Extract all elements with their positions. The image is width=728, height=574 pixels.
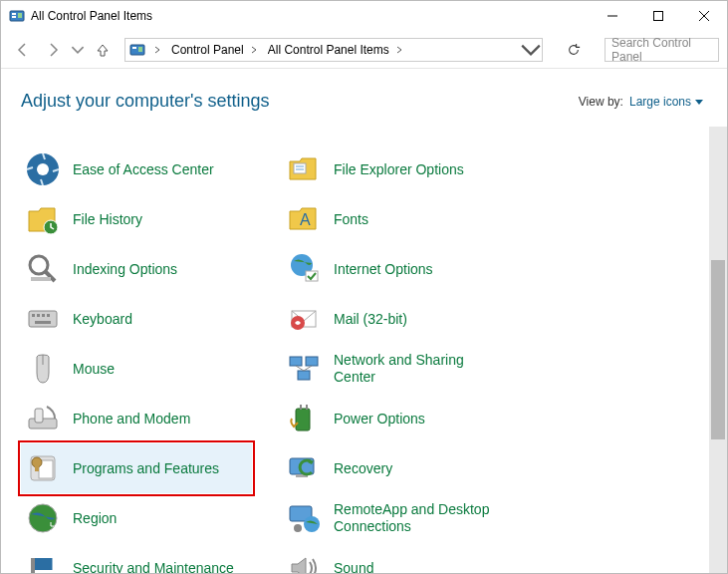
view-by-dropdown[interactable]: Large icons	[629, 95, 703, 109]
control-panel-item-region[interactable]: Region	[21, 493, 252, 543]
control-panel-item-file-history[interactable]: File History	[21, 194, 252, 244]
item-label: Indexing Options	[73, 261, 177, 278]
power-options-icon	[286, 401, 322, 436]
outer-scroll-thumb[interactable]	[711, 260, 725, 438]
recent-locations-button[interactable]	[71, 38, 85, 62]
control-panel-icon	[9, 8, 25, 24]
control-panel-item-programs-features[interactable]: Programs and Features	[21, 443, 252, 493]
refresh-button[interactable]	[559, 38, 589, 62]
svg-rect-42	[306, 357, 318, 366]
indexing-options-icon	[25, 251, 61, 287]
outer-scrollbar[interactable]	[709, 127, 727, 573]
item-label: Sound	[334, 560, 373, 573]
control-panel-item-power-options[interactable]: Power Options	[282, 394, 513, 443]
view-by-value: Large icons	[629, 95, 691, 109]
fonts-icon: A	[286, 201, 322, 237]
svg-rect-47	[300, 405, 302, 410]
recovery-icon	[286, 450, 322, 486]
chevron-right-icon[interactable]	[246, 46, 262, 54]
search-box[interactable]: Search Control Panel	[605, 38, 719, 62]
svg-rect-43	[298, 371, 310, 380]
breadcrumb-seg-1[interactable]: Control Panel	[165, 39, 246, 61]
item-label: Mouse	[73, 361, 115, 378]
titlebar: All Control Panel Items	[1, 1, 727, 31]
chevron-right-icon[interactable]	[391, 46, 407, 54]
svg-rect-21	[47, 314, 50, 317]
page-heading: Adjust your computer's settings	[21, 91, 579, 112]
control-panel-item-indexing-options[interactable]: Indexing Options	[21, 244, 252, 294]
window-controls	[590, 1, 727, 31]
svg-rect-48	[306, 405, 308, 410]
address-dropdown[interactable]	[520, 39, 542, 61]
item-label: Recovery	[334, 460, 392, 477]
control-panel-item-phone-modem[interactable]: Phone and Modem	[21, 394, 252, 443]
svg-rect-16	[31, 277, 51, 281]
svg-rect-25	[35, 409, 43, 423]
svg-point-53	[294, 524, 302, 532]
item-label: Programs and Features	[73, 460, 219, 477]
minimize-button[interactable]	[590, 1, 635, 31]
control-panel-item-internet-options[interactable]: Internet Options	[282, 244, 513, 294]
back-button[interactable]	[11, 38, 35, 62]
internet-options-icon	[286, 251, 322, 287]
item-label: Region	[73, 510, 117, 527]
item-label: Mail (32-bit)	[334, 311, 407, 328]
svg-rect-32	[31, 558, 35, 573]
svg-rect-46	[296, 409, 310, 430]
items-column-1: Ease of Access CenterFile HistoryIndexin…	[21, 144, 252, 573]
svg-rect-38	[306, 271, 318, 281]
svg-rect-9	[132, 47, 136, 49]
control-panel-item-keyboard[interactable]: Keyboard	[21, 294, 252, 344]
view-by-label: View by:	[579, 95, 623, 109]
control-panel-item-network-sharing[interactable]: Network and Sharing Center	[282, 344, 513, 394]
svg-rect-17	[29, 311, 57, 327]
security-maintenance-icon	[25, 550, 61, 573]
item-label: RemoteApp and Desktop Connections	[334, 501, 509, 535]
svg-line-45	[304, 366, 312, 371]
item-label: Keyboard	[73, 311, 132, 328]
subbar: Adjust your computer's settings View by:…	[1, 69, 727, 126]
svg-rect-19	[37, 314, 40, 317]
ease-of-access-icon	[25, 151, 61, 187]
control-panel-item-file-explorer-options[interactable]: File Explorer Options	[282, 144, 513, 194]
item-label: Security and Maintenance	[73, 560, 234, 573]
control-panel-item-sound[interactable]: Sound	[282, 543, 513, 573]
file-explorer-options-icon	[286, 151, 322, 187]
svg-point-12	[37, 163, 49, 175]
control-panel-item-fonts[interactable]: AFonts	[282, 194, 513, 244]
breadcrumb-seg-2[interactable]: All Control Panel Items	[262, 39, 391, 61]
control-panel-item-recovery[interactable]: Recovery	[282, 443, 513, 493]
mouse-icon	[25, 351, 61, 387]
svg-rect-20	[42, 314, 45, 317]
maximize-button[interactable]	[635, 1, 681, 31]
remoteapp-icon	[286, 500, 322, 536]
window: All Control Panel Items Control Panel Al…	[0, 0, 728, 574]
chevron-right-icon[interactable]	[149, 46, 165, 54]
control-panel-item-mouse[interactable]: Mouse	[21, 344, 252, 394]
content-area: Ease of Access CenterFile HistoryIndexin…	[1, 126, 727, 573]
item-label: Power Options	[334, 411, 425, 428]
sound-icon	[286, 550, 322, 573]
close-button[interactable]	[681, 1, 727, 31]
forward-button[interactable]	[41, 38, 65, 62]
control-panel-item-security-maintenance[interactable]: Security and Maintenance	[21, 543, 252, 573]
svg-rect-41	[290, 357, 302, 366]
control-panel-item-remoteapp[interactable]: RemoteApp and Desktop Connections	[282, 493, 513, 543]
svg-rect-33	[294, 163, 306, 173]
item-label: Ease of Access Center	[73, 161, 214, 178]
dropdown-triangle-icon	[695, 98, 703, 106]
item-label: File Explorer Options	[334, 161, 464, 178]
svg-rect-22	[35, 321, 51, 324]
svg-rect-10	[138, 47, 142, 52]
control-panel-item-ease-of-access[interactable]: Ease of Access Center	[21, 144, 252, 194]
up-button[interactable]	[91, 38, 115, 62]
network-sharing-icon	[286, 351, 322, 387]
svg-text:A: A	[300, 211, 311, 228]
file-history-icon	[25, 201, 61, 237]
svg-rect-3	[18, 13, 22, 18]
item-label: Fonts	[334, 211, 368, 228]
control-panel-item-mail[interactable]: Mail (32-bit)	[282, 294, 513, 344]
item-label: Network and Sharing Center	[334, 352, 509, 386]
svg-rect-1	[12, 13, 16, 15]
address-bar[interactable]: Control Panel All Control Panel Items	[124, 38, 543, 62]
